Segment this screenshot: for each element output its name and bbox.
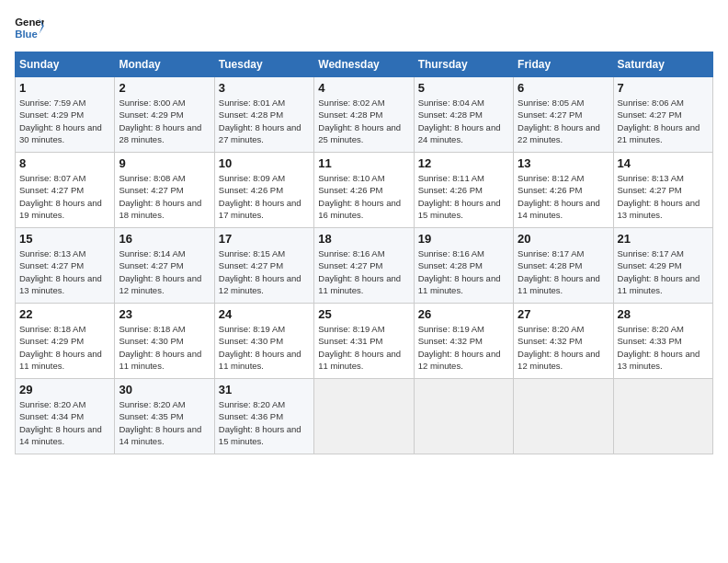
- day-cell: 18 Sunrise: 8:16 AMSunset: 4:27 PMDaylig…: [314, 228, 414, 304]
- day-number: 10: [219, 156, 310, 170]
- day-info: Sunrise: 8:06 AMSunset: 4:27 PMDaylight:…: [618, 97, 709, 145]
- header-cell-sunday: Sunday: [16, 52, 115, 77]
- day-number: 9: [119, 156, 210, 170]
- day-info: Sunrise: 8:17 AMSunset: 4:29 PMDaylight:…: [618, 247, 709, 296]
- day-cell: 3 Sunrise: 8:01 AMSunset: 4:28 PMDayligh…: [214, 77, 313, 153]
- day-info: Sunrise: 8:19 AMSunset: 4:32 PMDaylight:…: [418, 323, 509, 372]
- day-info: Sunrise: 8:10 AMSunset: 4:26 PMDaylight:…: [318, 172, 409, 221]
- day-info: Sunrise: 8:13 AMSunset: 4:27 PMDaylight:…: [618, 172, 709, 221]
- day-cell: [514, 379, 613, 454]
- day-number: 3: [219, 81, 310, 95]
- day-cell: 4 Sunrise: 8:02 AMSunset: 4:28 PMDayligh…: [314, 77, 414, 153]
- day-number: 5: [418, 81, 509, 95]
- day-info: Sunrise: 8:14 AMSunset: 4:27 PMDaylight:…: [119, 247, 210, 296]
- day-info: Sunrise: 8:15 AMSunset: 4:27 PMDaylight:…: [219, 247, 310, 296]
- day-info: Sunrise: 8:18 AMSunset: 4:29 PMDaylight:…: [19, 323, 110, 372]
- day-number: 16: [119, 232, 210, 246]
- svg-text:General: General: [15, 17, 44, 28]
- day-number: 17: [219, 232, 310, 246]
- page-container: General Blue SundayMondayTuesdayWednesda…: [0, 0, 728, 464]
- header-cell-monday: Monday: [115, 52, 214, 77]
- day-number: 13: [518, 156, 609, 170]
- day-info: Sunrise: 7:59 AMSunset: 4:29 PMDaylight:…: [19, 97, 110, 145]
- day-number: 8: [19, 156, 110, 170]
- day-info: Sunrise: 8:08 AMSunset: 4:27 PMDaylight:…: [119, 172, 210, 221]
- logo-icon: General Blue: [15, 15, 44, 40]
- day-info: Sunrise: 8:19 AMSunset: 4:31 PMDaylight:…: [318, 323, 409, 372]
- day-cell: 21 Sunrise: 8:17 AMSunset: 4:29 PMDaylig…: [613, 228, 712, 304]
- day-number: 30: [119, 383, 210, 396]
- calendar-header-row: SundayMondayTuesdayWednesdayThursdayFrid…: [16, 52, 713, 77]
- week-row-5: 29 Sunrise: 8:20 AMSunset: 4:34 PMDaylig…: [16, 379, 713, 454]
- week-row-3: 15 Sunrise: 8:13 AMSunset: 4:27 PMDaylig…: [16, 228, 713, 304]
- day-info: Sunrise: 8:05 AMSunset: 4:27 PMDaylight:…: [518, 97, 609, 145]
- day-info: Sunrise: 8:01 AMSunset: 4:28 PMDaylight:…: [219, 97, 310, 145]
- day-number: 19: [418, 232, 509, 246]
- day-cell: 11 Sunrise: 8:10 AMSunset: 4:26 PMDaylig…: [314, 153, 414, 228]
- day-info: Sunrise: 8:16 AMSunset: 4:28 PMDaylight:…: [418, 247, 509, 296]
- day-info: Sunrise: 8:12 AMSunset: 4:26 PMDaylight:…: [518, 172, 609, 221]
- day-cell: 8 Sunrise: 8:07 AMSunset: 4:27 PMDayligh…: [16, 153, 115, 228]
- day-cell: 7 Sunrise: 8:06 AMSunset: 4:27 PMDayligh…: [613, 77, 712, 153]
- header-cell-wednesday: Wednesday: [314, 52, 414, 77]
- day-info: Sunrise: 8:02 AMSunset: 4:28 PMDaylight:…: [318, 97, 409, 145]
- day-number: 7: [618, 81, 709, 95]
- day-number: 20: [518, 232, 609, 246]
- day-info: Sunrise: 8:18 AMSunset: 4:30 PMDaylight:…: [119, 323, 210, 372]
- day-cell: 10 Sunrise: 8:09 AMSunset: 4:26 PMDaylig…: [214, 153, 313, 228]
- day-info: Sunrise: 8:20 AMSunset: 4:36 PMDaylight:…: [219, 398, 310, 447]
- day-cell: 5 Sunrise: 8:04 AMSunset: 4:28 PMDayligh…: [414, 77, 513, 153]
- day-info: Sunrise: 8:20 AMSunset: 4:34 PMDaylight:…: [19, 398, 110, 447]
- day-cell: 9 Sunrise: 8:08 AMSunset: 4:27 PMDayligh…: [115, 153, 214, 228]
- header: General Blue: [15, 15, 713, 40]
- day-cell: 6 Sunrise: 8:05 AMSunset: 4:27 PMDayligh…: [514, 77, 613, 153]
- day-number: 4: [318, 81, 409, 95]
- header-cell-friday: Friday: [514, 52, 613, 77]
- day-cell: [314, 379, 414, 454]
- day-cell: 12 Sunrise: 8:11 AMSunset: 4:26 PMDaylig…: [414, 153, 513, 228]
- day-number: 28: [618, 307, 709, 321]
- day-info: Sunrise: 8:20 AMSunset: 4:35 PMDaylight:…: [119, 398, 210, 447]
- day-info: Sunrise: 8:09 AMSunset: 4:26 PMDaylight:…: [219, 172, 310, 221]
- day-number: 27: [518, 307, 609, 321]
- header-cell-thursday: Thursday: [414, 52, 513, 77]
- day-cell: [414, 379, 513, 454]
- day-cell: 16 Sunrise: 8:14 AMSunset: 4:27 PMDaylig…: [115, 228, 214, 304]
- day-number: 26: [418, 307, 509, 321]
- day-info: Sunrise: 8:13 AMSunset: 4:27 PMDaylight:…: [19, 247, 110, 296]
- calendar-table: SundayMondayTuesdayWednesdayThursdayFrid…: [15, 52, 713, 454]
- day-cell: 17 Sunrise: 8:15 AMSunset: 4:27 PMDaylig…: [214, 228, 313, 304]
- day-cell: 2 Sunrise: 8:00 AMSunset: 4:29 PMDayligh…: [115, 77, 214, 153]
- day-number: 21: [618, 232, 709, 246]
- day-number: 15: [19, 232, 110, 246]
- day-cell: [613, 379, 712, 454]
- day-info: Sunrise: 8:17 AMSunset: 4:28 PMDaylight:…: [518, 247, 609, 296]
- day-info: Sunrise: 8:07 AMSunset: 4:27 PMDaylight:…: [19, 172, 110, 221]
- logo: General Blue: [15, 15, 44, 40]
- day-info: Sunrise: 8:04 AMSunset: 4:28 PMDaylight:…: [418, 97, 509, 145]
- calendar-body: 1 Sunrise: 7:59 AMSunset: 4:29 PMDayligh…: [16, 77, 713, 454]
- day-number: 25: [318, 307, 409, 321]
- svg-text:Blue: Blue: [15, 29, 38, 40]
- header-cell-saturday: Saturday: [613, 52, 712, 77]
- day-info: Sunrise: 8:16 AMSunset: 4:27 PMDaylight:…: [318, 247, 409, 296]
- day-number: 1: [19, 81, 110, 95]
- day-info: Sunrise: 8:19 AMSunset: 4:30 PMDaylight:…: [219, 323, 310, 372]
- day-info: Sunrise: 8:20 AMSunset: 4:33 PMDaylight:…: [618, 323, 709, 372]
- day-cell: 13 Sunrise: 8:12 AMSunset: 4:26 PMDaylig…: [514, 153, 613, 228]
- day-cell: 24 Sunrise: 8:19 AMSunset: 4:30 PMDaylig…: [214, 304, 313, 379]
- day-info: Sunrise: 8:11 AMSunset: 4:26 PMDaylight:…: [418, 172, 509, 221]
- day-cell: 14 Sunrise: 8:13 AMSunset: 4:27 PMDaylig…: [613, 153, 712, 228]
- day-number: 22: [19, 307, 110, 321]
- day-info: Sunrise: 8:20 AMSunset: 4:32 PMDaylight:…: [518, 323, 609, 372]
- day-number: 18: [318, 232, 409, 246]
- day-number: 11: [318, 156, 409, 170]
- day-cell: 15 Sunrise: 8:13 AMSunset: 4:27 PMDaylig…: [16, 228, 115, 304]
- day-number: 2: [119, 81, 210, 95]
- day-cell: 29 Sunrise: 8:20 AMSunset: 4:34 PMDaylig…: [16, 379, 115, 454]
- day-cell: 20 Sunrise: 8:17 AMSunset: 4:28 PMDaylig…: [514, 228, 613, 304]
- week-row-2: 8 Sunrise: 8:07 AMSunset: 4:27 PMDayligh…: [16, 153, 713, 228]
- day-number: 14: [618, 156, 709, 170]
- day-cell: 23 Sunrise: 8:18 AMSunset: 4:30 PMDaylig…: [115, 304, 214, 379]
- day-cell: 31 Sunrise: 8:20 AMSunset: 4:36 PMDaylig…: [214, 379, 313, 454]
